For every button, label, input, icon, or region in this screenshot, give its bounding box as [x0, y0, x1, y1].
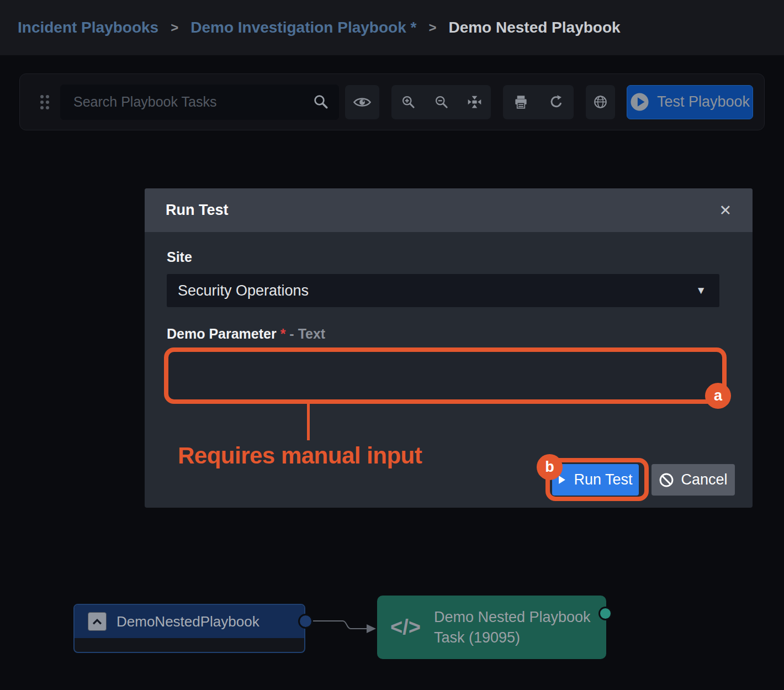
- node-header: DemoNestedPlaybook: [75, 605, 304, 638]
- node-demo-nested-playbook[interactable]: DemoNestedPlaybook: [73, 604, 305, 653]
- zoom-in-button[interactable]: [392, 85, 424, 119]
- zoom-in-icon: [401, 94, 416, 109]
- node-label-line2: Task (19095): [434, 629, 520, 646]
- parameter-type: - Text: [289, 326, 325, 341]
- node-label: Demo Nested Playbook Task (19095): [434, 607, 591, 648]
- app-window: Incident Playbooks > Demo Investigation …: [0, 0, 784, 690]
- breadcrumb-separator-icon: >: [171, 20, 178, 35]
- play-icon: [558, 475, 566, 484]
- site-dropdown[interactable]: Security Operations ▼: [167, 274, 719, 307]
- zoom-out-icon: [434, 94, 449, 109]
- cancel-button[interactable]: Cancel: [651, 464, 735, 496]
- annotation-note: Requires manual input: [178, 443, 422, 469]
- modal-header: Run Test ✕: [145, 188, 753, 232]
- cancel-label: Cancel: [681, 471, 727, 488]
- playbook-icon: [88, 612, 107, 631]
- breadcrumb-incident-playbooks[interactable]: Incident Playbooks: [18, 19, 158, 36]
- annotation-badge-a: a: [705, 383, 731, 409]
- modal-title: Run Test: [166, 202, 719, 219]
- parameter-field-label: Demo Parameter * - Text: [167, 326, 325, 342]
- chevron-down-icon: ▼: [696, 285, 706, 297]
- toggle-visibility-button[interactable]: [345, 85, 379, 119]
- run-test-label: Run Test: [574, 471, 632, 488]
- globe-button[interactable]: [586, 85, 615, 119]
- zoom-controls-group: [391, 85, 491, 119]
- demo-parameter-input[interactable]: [168, 352, 722, 399]
- play-circle-icon: [630, 92, 649, 112]
- output-port[interactable]: [598, 607, 612, 620]
- search-input[interactable]: [60, 85, 339, 120]
- drag-handle[interactable]: [39, 94, 51, 110]
- zoom-out-button[interactable]: [425, 85, 457, 119]
- print-button[interactable]: [505, 85, 537, 119]
- printer-icon: [513, 94, 528, 109]
- refresh-icon: [549, 94, 564, 109]
- drag-dots-icon: [39, 94, 51, 110]
- node-demo-nested-playbook-task[interactable]: </> Demo Nested Playbook Task (19095): [377, 596, 606, 659]
- annotation-box-a: [164, 347, 727, 404]
- fit-to-screen-icon: [467, 94, 483, 110]
- playbook-toolbar: Test Playbook: [19, 73, 765, 130]
- annotation-connector-line: [307, 403, 310, 440]
- breadcrumb: Incident Playbooks > Demo Investigation …: [0, 0, 784, 55]
- eye-icon: [353, 96, 371, 108]
- test-playbook-button[interactable]: Test Playbook: [627, 85, 753, 119]
- output-controls-group: [503, 85, 574, 119]
- site-field-label: Site: [167, 249, 192, 265]
- node-label: DemoNestedPlaybook: [116, 613, 259, 630]
- run-test-button[interactable]: Run Test: [552, 464, 639, 496]
- fit-to-screen-button[interactable]: [458, 85, 490, 119]
- modal-close-button[interactable]: ✕: [719, 202, 732, 219]
- breadcrumb-demo-investigation-playbook[interactable]: Demo Investigation Playbook *: [190, 19, 416, 36]
- site-dropdown-value: Security Operations: [178, 282, 696, 299]
- breadcrumb-separator-icon: >: [428, 20, 436, 35]
- close-icon: ✕: [719, 202, 732, 219]
- refresh-button[interactable]: [540, 85, 572, 119]
- search-box: [60, 85, 339, 120]
- annotation-badge-b: b: [537, 454, 563, 480]
- ban-icon: [659, 472, 674, 488]
- globe-icon: [593, 94, 608, 109]
- output-port[interactable]: [298, 614, 313, 629]
- required-asterisk: *: [280, 326, 286, 341]
- run-test-modal: Run Test ✕ Site Security Operations ▼ De…: [145, 188, 753, 508]
- test-playbook-label: Test Playbook: [657, 93, 750, 110]
- code-icon: </>: [390, 615, 421, 639]
- node-label-line1: Demo Nested Playbook: [434, 609, 591, 625]
- parameter-name: Demo Parameter: [167, 326, 277, 341]
- connector-edge: [305, 608, 385, 641]
- breadcrumb-current-page: Demo Nested Playbook: [448, 19, 620, 36]
- search-icon: [312, 93, 329, 110]
